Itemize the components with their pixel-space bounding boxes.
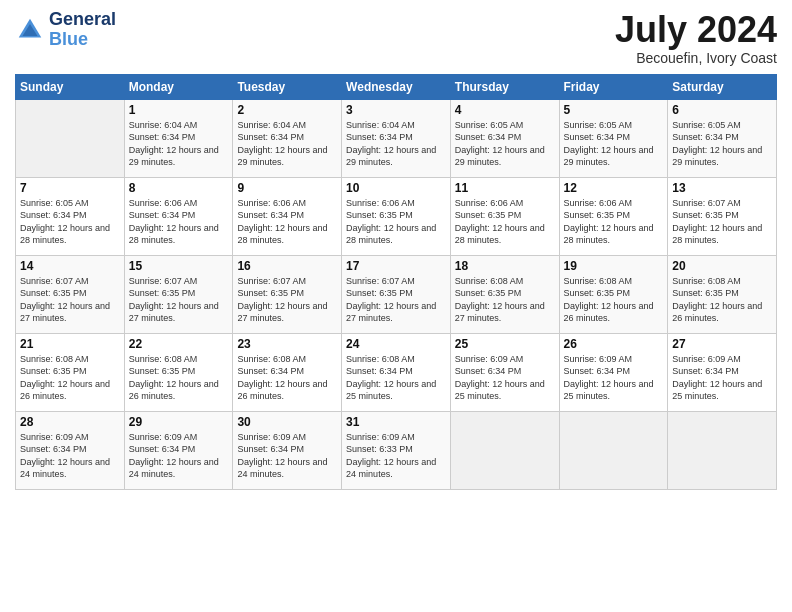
calendar-week-row: 21 Sunrise: 6:08 AMSunset: 6:35 PMDaylig… [16,333,777,411]
day-info: Sunrise: 6:08 AMSunset: 6:35 PMDaylight:… [564,275,664,325]
day-info: Sunrise: 6:07 AMSunset: 6:35 PMDaylight:… [129,275,229,325]
day-info: Sunrise: 6:08 AMSunset: 6:34 PMDaylight:… [237,353,337,403]
day-info: Sunrise: 6:09 AMSunset: 6:34 PMDaylight:… [672,353,772,403]
calendar-cell: 5 Sunrise: 6:05 AMSunset: 6:34 PMDayligh… [559,99,668,177]
logo-text: General Blue [49,10,116,50]
page: General Blue July 2024 Becouefin, Ivory … [0,0,792,612]
day-info: Sunrise: 6:08 AMSunset: 6:35 PMDaylight:… [20,353,120,403]
calendar-cell: 21 Sunrise: 6:08 AMSunset: 6:35 PMDaylig… [16,333,125,411]
day-info: Sunrise: 6:04 AMSunset: 6:34 PMDaylight:… [129,119,229,169]
day-info: Sunrise: 6:08 AMSunset: 6:35 PMDaylight:… [672,275,772,325]
calendar-cell: 29 Sunrise: 6:09 AMSunset: 6:34 PMDaylig… [124,411,233,489]
calendar-cell: 8 Sunrise: 6:06 AMSunset: 6:34 PMDayligh… [124,177,233,255]
day-number: 20 [672,259,772,273]
calendar-cell: 2 Sunrise: 6:04 AMSunset: 6:34 PMDayligh… [233,99,342,177]
header-day: Friday [559,74,668,99]
day-info: Sunrise: 6:05 AMSunset: 6:34 PMDaylight:… [564,119,664,169]
day-number: 4 [455,103,555,117]
day-info: Sunrise: 6:05 AMSunset: 6:34 PMDaylight:… [20,197,120,247]
logo-line2: Blue [49,30,116,50]
calendar-cell: 13 Sunrise: 6:07 AMSunset: 6:35 PMDaylig… [668,177,777,255]
day-info: Sunrise: 6:06 AMSunset: 6:34 PMDaylight:… [237,197,337,247]
day-number: 29 [129,415,229,429]
day-info: Sunrise: 6:06 AMSunset: 6:35 PMDaylight:… [455,197,555,247]
calendar-cell: 17 Sunrise: 6:07 AMSunset: 6:35 PMDaylig… [342,255,451,333]
day-number: 25 [455,337,555,351]
day-number: 13 [672,181,772,195]
day-info: Sunrise: 6:09 AMSunset: 6:34 PMDaylight:… [20,431,120,481]
day-number: 19 [564,259,664,273]
day-number: 5 [564,103,664,117]
calendar-cell: 26 Sunrise: 6:09 AMSunset: 6:34 PMDaylig… [559,333,668,411]
calendar-cell: 24 Sunrise: 6:08 AMSunset: 6:34 PMDaylig… [342,333,451,411]
month-year: July 2024 [615,10,777,50]
day-number: 10 [346,181,446,195]
day-info: Sunrise: 6:05 AMSunset: 6:34 PMDaylight:… [672,119,772,169]
logo: General Blue [15,10,116,50]
calendar-table: SundayMondayTuesdayWednesdayThursdayFrid… [15,74,777,490]
day-info: Sunrise: 6:06 AMSunset: 6:35 PMDaylight:… [346,197,446,247]
day-number: 7 [20,181,120,195]
day-info: Sunrise: 6:07 AMSunset: 6:35 PMDaylight:… [20,275,120,325]
day-number: 28 [20,415,120,429]
calendar-cell [16,99,125,177]
day-number: 2 [237,103,337,117]
calendar-cell: 9 Sunrise: 6:06 AMSunset: 6:34 PMDayligh… [233,177,342,255]
header-day: Tuesday [233,74,342,99]
day-number: 1 [129,103,229,117]
day-number: 16 [237,259,337,273]
calendar-cell: 7 Sunrise: 6:05 AMSunset: 6:34 PMDayligh… [16,177,125,255]
day-info: Sunrise: 6:04 AMSunset: 6:34 PMDaylight:… [346,119,446,169]
header-day: Saturday [668,74,777,99]
day-info: Sunrise: 6:08 AMSunset: 6:35 PMDaylight:… [455,275,555,325]
calendar-cell: 22 Sunrise: 6:08 AMSunset: 6:35 PMDaylig… [124,333,233,411]
calendar-cell [559,411,668,489]
calendar-cell: 14 Sunrise: 6:07 AMSunset: 6:35 PMDaylig… [16,255,125,333]
day-info: Sunrise: 6:08 AMSunset: 6:34 PMDaylight:… [346,353,446,403]
calendar-cell: 25 Sunrise: 6:09 AMSunset: 6:34 PMDaylig… [450,333,559,411]
day-info: Sunrise: 6:07 AMSunset: 6:35 PMDaylight:… [672,197,772,247]
header: General Blue July 2024 Becouefin, Ivory … [15,10,777,66]
calendar-week-row: 28 Sunrise: 6:09 AMSunset: 6:34 PMDaylig… [16,411,777,489]
calendar-cell: 1 Sunrise: 6:04 AMSunset: 6:34 PMDayligh… [124,99,233,177]
day-number: 21 [20,337,120,351]
day-number: 8 [129,181,229,195]
day-info: Sunrise: 6:04 AMSunset: 6:34 PMDaylight:… [237,119,337,169]
day-number: 11 [455,181,555,195]
day-info: Sunrise: 6:09 AMSunset: 6:34 PMDaylight:… [564,353,664,403]
calendar-week-row: 14 Sunrise: 6:07 AMSunset: 6:35 PMDaylig… [16,255,777,333]
day-number: 12 [564,181,664,195]
calendar-cell: 11 Sunrise: 6:06 AMSunset: 6:35 PMDaylig… [450,177,559,255]
day-info: Sunrise: 6:09 AMSunset: 6:34 PMDaylight:… [455,353,555,403]
calendar-cell: 27 Sunrise: 6:09 AMSunset: 6:34 PMDaylig… [668,333,777,411]
day-info: Sunrise: 6:06 AMSunset: 6:35 PMDaylight:… [564,197,664,247]
header-day: Thursday [450,74,559,99]
day-number: 14 [20,259,120,273]
calendar-cell: 15 Sunrise: 6:07 AMSunset: 6:35 PMDaylig… [124,255,233,333]
calendar-cell: 19 Sunrise: 6:08 AMSunset: 6:35 PMDaylig… [559,255,668,333]
day-number: 24 [346,337,446,351]
calendar-cell: 20 Sunrise: 6:08 AMSunset: 6:35 PMDaylig… [668,255,777,333]
calendar-cell [450,411,559,489]
calendar-cell: 28 Sunrise: 6:09 AMSunset: 6:34 PMDaylig… [16,411,125,489]
calendar-week-row: 1 Sunrise: 6:04 AMSunset: 6:34 PMDayligh… [16,99,777,177]
day-number: 23 [237,337,337,351]
logo-line1: General [49,10,116,30]
calendar-cell: 30 Sunrise: 6:09 AMSunset: 6:34 PMDaylig… [233,411,342,489]
day-number: 18 [455,259,555,273]
calendar-cell: 6 Sunrise: 6:05 AMSunset: 6:34 PMDayligh… [668,99,777,177]
day-number: 26 [564,337,664,351]
header-day: Wednesday [342,74,451,99]
calendar-cell: 31 Sunrise: 6:09 AMSunset: 6:33 PMDaylig… [342,411,451,489]
day-number: 3 [346,103,446,117]
header-day: Sunday [16,74,125,99]
calendar-cell: 4 Sunrise: 6:05 AMSunset: 6:34 PMDayligh… [450,99,559,177]
calendar-cell: 10 Sunrise: 6:06 AMSunset: 6:35 PMDaylig… [342,177,451,255]
day-info: Sunrise: 6:09 AMSunset: 6:34 PMDaylight:… [129,431,229,481]
day-number: 22 [129,337,229,351]
day-number: 9 [237,181,337,195]
day-number: 27 [672,337,772,351]
day-number: 6 [672,103,772,117]
day-info: Sunrise: 6:06 AMSunset: 6:34 PMDaylight:… [129,197,229,247]
day-number: 15 [129,259,229,273]
